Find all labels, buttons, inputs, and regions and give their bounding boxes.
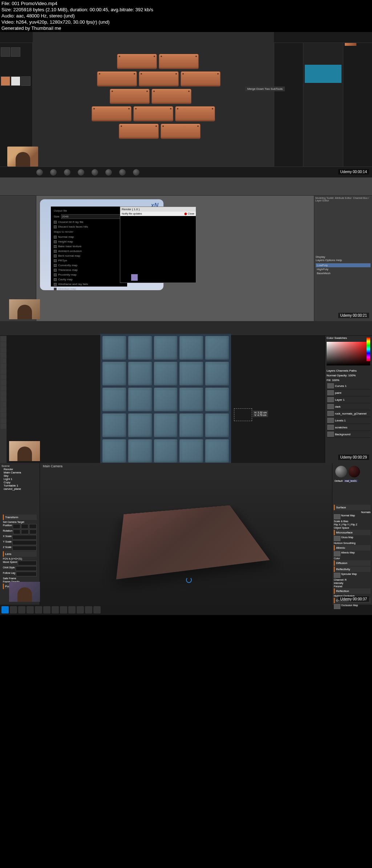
set-camera-button[interactable]: Set Camera Target (3, 521, 24, 523)
reflectivity-section[interactable]: Reflectivity (334, 567, 371, 572)
stamp-tool-icon[interactable] (0, 375, 6, 380)
taskbar-app-icon[interactable] (77, 606, 84, 613)
options-label[interactable]: Options (325, 259, 335, 262)
zoom-tool-icon[interactable] (0, 424, 6, 429)
reflection-section[interactable]: Reflection (334, 588, 371, 594)
layer-row[interactable]: dark (327, 403, 371, 410)
shelf-sphere-icon[interactable] (119, 169, 126, 176)
opacity-input[interactable]: Opacity: 100% (337, 374, 356, 377)
shelf-sphere-icon[interactable] (64, 169, 70, 176)
attribute-tab[interactable]: Attribute Editor (335, 197, 352, 199)
xn-map-option[interactable]: Cavity map (52, 277, 126, 282)
color-tab[interactable]: Color (327, 336, 333, 340)
xn-map-option[interactable]: Thickness map (52, 268, 126, 272)
xn-map-option[interactable]: PRTpn (52, 258, 126, 263)
scene-item[interactable]: carved_plane (4, 487, 38, 491)
photoshop-menubar[interactable] (0, 321, 372, 336)
scene-item[interactable]: Turntable 1 (4, 484, 38, 487)
layer-row[interactable]: Curves 1 (327, 383, 371, 389)
albedo-section[interactable]: Albedo (334, 545, 371, 551)
xn-map-option[interactable]: Ambient occlusion (52, 249, 126, 253)
start-button-icon[interactable] (1, 606, 9, 613)
surface-section[interactable]: Surface (334, 505, 371, 510)
shelf-sphere-icon[interactable] (36, 169, 43, 176)
move-tool-icon[interactable] (0, 336, 6, 341)
photoshop-toolbar[interactable] (0, 336, 7, 463)
taskbar-app-icon[interactable] (18, 606, 25, 613)
material-preview-sphere[interactable] (348, 466, 360, 477)
xn-map-option[interactable]: Bake base texture (52, 244, 126, 249)
taskbar-app-icon[interactable] (43, 606, 50, 613)
zbrush-viewport[interactable]: Merge Down Two SubTools (33, 32, 274, 177)
hue-slider[interactable] (367, 337, 370, 361)
xn-discard-option[interactable]: Discard back faces hits (52, 224, 126, 229)
xn-map-option[interactable]: Normal map (52, 235, 126, 239)
marquee-tool-icon[interactable] (0, 342, 6, 347)
maya-viewport[interactable]: xN Output file Size 2048 Closest hit if … (36, 196, 314, 321)
scene-item[interactable]: Sky (4, 474, 38, 477)
taskbar-app-icon[interactable] (68, 606, 76, 613)
xnormal-render-window[interactable]: Render ( 1.0 ) Notify file updates ⬤ Clo… (120, 207, 196, 283)
brush-thumb[interactable] (1, 47, 10, 57)
eraser-tool-icon[interactable] (0, 380, 6, 385)
selection-marquee[interactable]: H: 3.32 cm V: 4.79 cm (234, 408, 252, 421)
xn-map-option[interactable]: Wireframe and ray fails (52, 282, 126, 287)
taskbar-app-icon[interactable] (52, 606, 59, 613)
render-header[interactable]: Render ( 1.0 ) (120, 207, 196, 212)
diffusion-section[interactable]: Diffusion (334, 560, 371, 566)
eyedropper-tool-icon[interactable] (0, 364, 6, 369)
taskbar-app-icon[interactable] (60, 606, 67, 613)
taskbar-app-icon[interactable] (10, 606, 17, 613)
layers-tab[interactable]: Layers (327, 369, 335, 372)
material-name-selected[interactable]: mat_tex01 (344, 480, 358, 482)
xn-size-input[interactable]: 2048 (61, 214, 124, 219)
scalebias-check[interactable]: Scale & Bias (334, 520, 348, 523)
blend-mode-select[interactable]: Normal (327, 374, 336, 377)
layer-row[interactable]: paint (327, 389, 371, 396)
brush-tool-icon[interactable] (0, 369, 6, 374)
pen-tool-icon[interactable] (0, 402, 6, 407)
xn-map-option[interactable]: Direction map (52, 287, 126, 290)
glossmap-slot[interactable]: Gloss Map (341, 536, 353, 541)
layer-row[interactable]: scratches (327, 424, 371, 431)
objspace-check[interactable]: Object Space (334, 527, 349, 529)
color-swatch[interactable] (11, 76, 20, 86)
color-picker[interactable] (327, 342, 370, 365)
shape-tool-icon[interactable] (0, 413, 6, 418)
xn-map-option[interactable]: Height map (52, 239, 126, 244)
flip-checks[interactable]: Flip X | Flip Y | Flip Z (334, 523, 357, 526)
blur-tool-icon[interactable] (0, 391, 6, 396)
zbrush-right-panels[interactable] (274, 32, 372, 177)
scene-item[interactable]: Main Camera (4, 471, 38, 474)
marmoset-viewport[interactable]: Main Camera (40, 463, 332, 605)
photoshop-panels[interactable]: Color Swatches Layers Channels Paths Nor… (325, 336, 372, 463)
material-name[interactable]: Default (335, 480, 343, 482)
alt-swatch[interactable] (21, 76, 31, 86)
shelf-sphere-icon[interactable] (133, 169, 140, 176)
microsurface-section[interactable]: Microsurface (334, 530, 371, 535)
xn-map-option[interactable]: Convexity map (52, 263, 126, 268)
scene-item[interactable]: Copy (4, 481, 38, 484)
close-button[interactable]: Close (188, 212, 194, 215)
albedomap-slot[interactable]: Albedo Map (341, 551, 355, 556)
shelf-sphere-icon[interactable] (105, 169, 112, 176)
photoshop-canvas[interactable]: H: 3.32 cm V: 4.79 cm (7, 336, 325, 463)
channels-tab[interactable]: Channels (336, 369, 348, 372)
xnormal-options-panel[interactable]: Output file Size 2048 Closest hit if ray… (51, 207, 127, 287)
scene-item[interactable]: Light 1 (4, 477, 38, 481)
layer-row[interactable]: Levels 1 (327, 417, 371, 424)
layer-item-selected[interactable]: LowPoly (316, 263, 371, 267)
zbrush-shelf[interactable] (0, 167, 372, 177)
wand-tool-icon[interactable] (0, 353, 6, 358)
gradient-tool-icon[interactable] (0, 385, 6, 391)
subtool-preview[interactable] (305, 65, 341, 83)
material-preview-sphere[interactable] (335, 466, 347, 477)
taskbar-app-icon[interactable] (93, 606, 101, 613)
occmap-slot[interactable]: Occlusion Map (341, 604, 358, 609)
taskbar-app-icon[interactable] (85, 606, 92, 613)
layer-row[interactable]: Background (327, 431, 371, 438)
dodge-tool-icon[interactable] (0, 396, 6, 401)
transform-section[interactable]: Transform (3, 515, 37, 520)
taskbar-app-icon[interactable] (35, 606, 42, 613)
taskbar-app-icon[interactable] (27, 606, 34, 613)
